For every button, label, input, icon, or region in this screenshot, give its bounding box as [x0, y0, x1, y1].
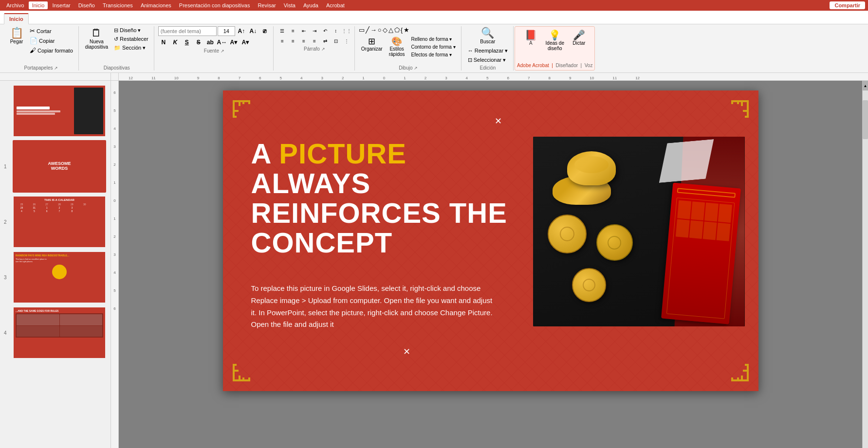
scroll-up-button[interactable]: ▲ [863, 81, 868, 90]
dictar-button[interactable]: 🎤 Dictar [569, 29, 589, 47]
organizar-button[interactable]: ⊞ Organizar [359, 36, 385, 58]
slide-body-area[interactable]: To replace this picture in Google Slides… [251, 283, 499, 331]
text-align-button[interactable]: ⊡ [331, 36, 341, 45]
shape-tri[interactable]: △ [388, 26, 393, 34]
cross-marker-top[interactable]: ✕ [495, 116, 502, 126]
font-name-input[interactable] [158, 26, 217, 36]
rtl-button[interactable]: ↶ [320, 26, 330, 35]
align-left-button[interactable]: ≡ [277, 36, 287, 45]
slide-thumb-3[interactable]: 3 RAINBOW PAYS MINE REA INDESISTRABLE...… [13, 251, 108, 304]
italic-button[interactable]: K [170, 37, 181, 47]
menu-ayuda[interactable]: Ayuda [300, 1, 322, 9]
restablecer-button[interactable]: ↺ Restablecer [111, 35, 151, 43]
menu-revisar[interactable]: Revisar [254, 1, 279, 9]
scrollbar-v[interactable]: ▲ ▼ [862, 81, 868, 448]
slide-thumb-1[interactable]: 1 AWESOME WORDS [13, 140, 108, 193]
edicion-btns: 🔍 Buscar ↔ Reemplazar ▾ ⊡ Seleccionar ▾ [465, 26, 510, 64]
font-color-button[interactable]: A▾ [228, 37, 239, 47]
menu-animaciones[interactable]: Animaciones [137, 1, 175, 9]
share-button[interactable]: Compartir [830, 1, 865, 9]
main-slide[interactable]: ✕ ✕ A PICTURE ALWAYS REINFORCES THE CONC… [223, 90, 758, 391]
shape-arrow[interactable]: → [370, 26, 377, 34]
menu-inicio[interactable]: Inicio [29, 1, 48, 9]
dibujo-label: Dibujo ↗ [399, 64, 418, 71]
corner-deco-tl [230, 98, 269, 137]
pegar-button[interactable]: 📋 Pegar [7, 26, 26, 46]
ruler-h-container: 12 11 10 9 8 7 6 5 4 3 2 1 0 1 2 3 4 5 6… [0, 73, 868, 81]
scroll-thumb[interactable] [863, 100, 868, 139]
menu-archivo[interactable]: Archivo [3, 1, 28, 9]
menu-insertar[interactable]: Insertar [49, 1, 74, 9]
shape-line[interactable]: ╱ [366, 26, 369, 34]
corner-deco-bl [230, 345, 269, 384]
shape-rect[interactable]: ▭ [359, 26, 365, 34]
tab-inicio[interactable]: Inicio [4, 13, 29, 24]
list-num-button[interactable]: ≡ [288, 26, 298, 35]
ribbon: Inicio 📋 Pegar ✂Cortar 📄Copiar 🖌Copiar f… [0, 11, 868, 73]
portapapeles-label: Portapapeles ↗ [24, 64, 58, 71]
char-spacing-button[interactable]: A↔ [217, 37, 227, 47]
slide-title-area[interactable]: A PICTURE ALWAYS REINFORCES THE CONCEPT [251, 139, 509, 258]
slide-image[interactable] [533, 137, 745, 326]
diseno-button[interactable]: ⊟ Diseño ▾ [111, 26, 151, 35]
strikethrough-button[interactable]: S [193, 37, 204, 47]
buscar-button[interactable]: 🔍 Buscar [465, 26, 510, 46]
shape-circle[interactable]: ○ [378, 26, 382, 34]
reemplazar-button[interactable]: ↔ Reemplazar ▾ [465, 47, 510, 55]
corner-deco-tr [712, 98, 751, 137]
highlight-button[interactable]: A▾ [240, 37, 251, 47]
slide-thumb-2[interactable]: 2 THIS IS A CALENDAR 25 26 27 28 29 30 2… [13, 196, 108, 248]
font-increase-button[interactable]: A↑ [236, 26, 247, 36]
align-right-button[interactable]: ≡ [299, 36, 309, 45]
decrease-indent-button[interactable]: ⇤ [299, 26, 309, 35]
diapositivas-btns: 🗒 Nuevadiapositiva ⊟ Diseño ▾ ↺ Restable… [83, 26, 151, 64]
scroll-track [863, 90, 868, 448]
main-area: 1 AWESOME WORDS 2 THIS IS A CALENDAR 25 [0, 81, 868, 448]
menu-diseno[interactable]: Diseño [75, 1, 98, 9]
svg-rect-10 [747, 100, 749, 110]
contorno-forma-button[interactable]: Contorno de forma ▾ [409, 43, 458, 51]
bold-button[interactable]: N [158, 37, 169, 47]
cross-marker-bottom[interactable]: ✕ [403, 346, 410, 357]
slide-thumb-4[interactable]: 4 ...AND THE SAME GOES FOR RULES [13, 306, 108, 359]
dictate-icon: 🎤 [573, 30, 585, 40]
shape-pentagon[interactable]: ⬠ [394, 26, 400, 34]
smartart-button[interactable]: ⋮ [342, 36, 351, 45]
seccion-button[interactable]: 📁 Sección ▾ [111, 44, 151, 52]
create-share-adobe-button[interactable]: 📕 A [521, 29, 540, 47]
shape-star[interactable]: ★ [404, 26, 409, 34]
svg-rect-13 [745, 116, 749, 118]
spacing-button[interactable]: ↕ [331, 26, 341, 35]
clear-format-button[interactable]: ⎚ [259, 26, 270, 36]
shape-brace[interactable]: { [401, 26, 403, 34]
menu-transiciones[interactable]: Transiciones [99, 1, 136, 9]
slide-thumb-0[interactable] [13, 85, 108, 137]
columns-button[interactable]: ⋮⋮ [342, 26, 351, 35]
nueva-diapositiva-button[interactable]: 🗒 Nuevadiapositiva [83, 26, 111, 51]
shadow-button[interactable]: ab [205, 37, 216, 47]
menu-presentacion[interactable]: Presentación con diapositivas [176, 1, 254, 9]
portapapeles-btns: 📋 Pegar ✂Cortar 📄Copiar 🖌Copiar formato [7, 26, 75, 64]
font-decrease-button[interactable]: A↓ [248, 26, 259, 36]
text-direction-button[interactable]: ⇄ [320, 36, 330, 45]
ideas-diseno-button[interactable]: 💡 Ideas de diseño [541, 29, 568, 53]
estilos-rapidos-button[interactable]: 🎨 Estilosrápidos [387, 36, 407, 58]
copiar-formato-button[interactable]: 🖌Copiar formato [27, 46, 75, 55]
font-size-input[interactable] [218, 26, 235, 36]
relleno-forma-button[interactable]: Relleno de forma ▾ [409, 36, 458, 43]
menu-acrobat[interactable]: Acrobat [323, 1, 348, 9]
menubar: Archivo Inicio Insertar Diseño Transicio… [0, 0, 868, 11]
align-center-button[interactable]: ≡ [288, 36, 298, 45]
efectos-forma-button[interactable]: Efectos de forma ▾ [409, 51, 458, 58]
menu-vista[interactable]: Vista [280, 1, 299, 9]
seleccionar-button[interactable]: ⊡ Seleccionar ▾ [465, 56, 510, 64]
list-bullet-button[interactable]: ☰ [277, 26, 287, 35]
align-justify-button[interactable]: ≡ [310, 36, 319, 45]
slide-panel: 1 AWESOME WORDS 2 THIS IS A CALENDAR 25 [0, 81, 111, 448]
copiar-button[interactable]: 📄Copiar [27, 36, 75, 45]
cortar-button[interactable]: ✂Cortar [27, 26, 75, 36]
new-slide-icon: 🗒 [91, 28, 102, 38]
shape-diamond[interactable]: ◇ [383, 26, 388, 34]
underline-button[interactable]: S [182, 37, 192, 47]
increase-indent-button[interactable]: ⇥ [310, 26, 319, 35]
